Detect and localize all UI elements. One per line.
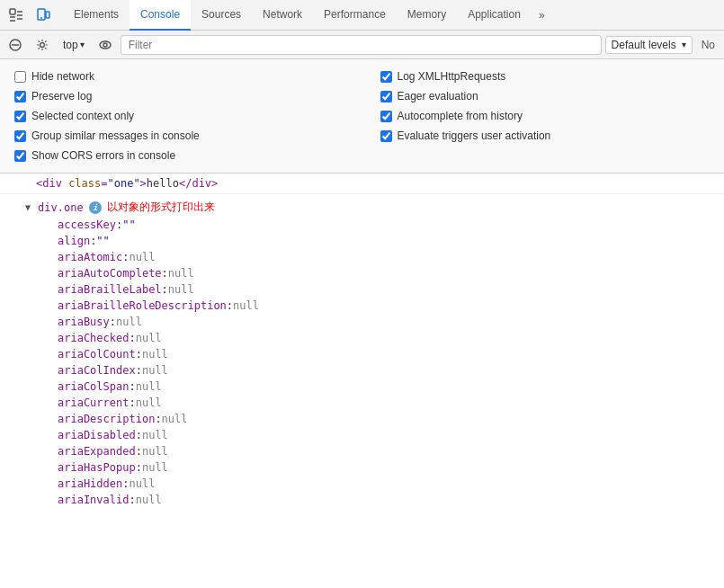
selected-context-checkbox[interactable]: [14, 111, 26, 122]
group-similar-label[interactable]: Group similar messages in console: [31, 129, 200, 142]
log-levels-select[interactable]: Default levels ▾: [605, 36, 693, 54]
setting-hide-network: Hide network: [14, 67, 344, 86]
prop-ariaColIndex: ariaColIndex: null: [58, 362, 717, 379]
tab-icon-group: [4, 3, 56, 28]
settings-panel: Hide network Preserve log Selected conte…: [0, 59, 724, 174]
more-tabs-button[interactable]: »: [532, 0, 552, 31]
eye-icon-button[interactable]: [94, 33, 117, 57]
log-xmlhttp-checkbox[interactable]: [380, 71, 392, 83]
console-output: <div class="one">hello</div> ▼ div.one i…: [0, 174, 724, 588]
console-toolbar: top ▾ Default levels ▾ No: [0, 31, 724, 59]
setting-selected-context: Selected context only: [14, 106, 344, 126]
svg-point-8: [103, 43, 107, 47]
object-header[interactable]: ▼ div.one i 以对象的形式打印出来: [7, 198, 717, 217]
prop-ariaHidden: ariaHidden: null: [58, 476, 717, 492]
info-icon: i: [89, 201, 102, 214]
tab-console[interactable]: Console: [130, 0, 191, 31]
clear-console-button[interactable]: [4, 33, 27, 57]
setting-eager-eval: Eager evaluation: [380, 86, 711, 106]
prop-ariaBrailleLabel: ariaBrailleLabel: null: [58, 281, 717, 298]
tab-elements[interactable]: Elements: [63, 0, 130, 31]
prop-align: align: "": [58, 233, 717, 249]
setting-log-xmlhttp: Log XMLHttpRequests: [380, 67, 711, 86]
tab-memory[interactable]: Memory: [397, 0, 457, 31]
prop-ariaChecked: ariaChecked: null: [58, 330, 717, 346]
prop-ariaAtomic: ariaAtomic: null: [58, 249, 717, 265]
object-name: div.one: [38, 201, 84, 214]
prop-ariaColSpan: ariaColSpan: null: [58, 379, 717, 395]
expand-triangle: ▼: [25, 202, 31, 212]
hide-network-label[interactable]: Hide network: [31, 70, 94, 83]
setting-evaluate-triggers: Evaluate triggers user activation: [380, 126, 711, 146]
eager-eval-label[interactable]: Eager evaluation: [398, 90, 478, 102]
show-cors-checkbox[interactable]: [14, 150, 26, 162]
hide-network-checkbox[interactable]: [14, 71, 26, 83]
prop-ariaDescription: ariaDescription: null: [58, 411, 717, 427]
prop-ariaColCount: ariaColCount: null: [58, 346, 717, 362]
settings-right-col: Log XMLHttpRequests Eager evaluation Aut…: [380, 67, 711, 165]
tab-network[interactable]: Network: [252, 0, 313, 31]
preserve-log-checkbox[interactable]: [14, 91, 26, 102]
filter-input[interactable]: [121, 35, 602, 55]
svg-point-7: [100, 41, 111, 49]
autocomplete-label[interactable]: Autocomplete from history: [398, 110, 523, 122]
device-toggle-button[interactable]: [31, 3, 56, 28]
setting-autocomplete: Autocomplete from history: [380, 106, 711, 126]
svg-rect-2: [46, 12, 49, 18]
tab-performance[interactable]: Performance: [313, 0, 397, 31]
prop-ariaCurrent: ariaCurrent: null: [58, 395, 717, 411]
setting-preserve-log: Preserve log: [14, 86, 344, 106]
object-comment: 以对象的形式打印出来: [107, 200, 215, 215]
svg-rect-0: [10, 9, 15, 14]
preserve-log-label[interactable]: Preserve log: [31, 90, 92, 102]
tab-bar: Elements Console Sources Network Perform…: [0, 0, 724, 31]
prop-ariaBrailleRoleDescription: ariaBrailleRoleDescription: null: [58, 298, 717, 314]
svg-point-6: [40, 42, 45, 47]
prop-ariaDisabled: ariaDisabled: null: [58, 427, 717, 443]
html-tag-open: <div class="one">: [36, 177, 147, 190]
show-cors-label[interactable]: Show CORS errors in console: [31, 149, 175, 162]
evaluate-triggers-label[interactable]: Evaluate triggers user activation: [398, 129, 551, 142]
object-properties: accessKey: "" align: "" ariaAtomic: null…: [7, 217, 717, 508]
tab-sources[interactable]: Sources: [191, 0, 252, 31]
console-settings-button[interactable]: [31, 33, 54, 57]
prop-ariaHasPopup: ariaHasPopup: null: [58, 459, 717, 476]
tab-application[interactable]: Application: [457, 0, 532, 31]
prop-ariaInvalid: ariaInvalid: null: [58, 492, 717, 508]
prop-ariaAutoComplete: ariaAutoComplete: null: [58, 265, 717, 281]
html-text-content: hello: [147, 177, 179, 190]
prop-ariaExpanded: ariaExpanded: null: [58, 443, 717, 459]
html-output-line: <div class="one">hello</div>: [0, 174, 724, 194]
object-output: ▼ div.one i 以对象的形式打印出来 accessKey: "" ali…: [0, 194, 724, 512]
html-tag-close: </div>: [179, 177, 218, 190]
selected-context-label[interactable]: Selected context only: [31, 110, 134, 122]
setting-group-similar: Group similar messages in console: [14, 126, 344, 146]
autocomplete-checkbox[interactable]: [380, 111, 392, 122]
no-issues-label: No: [696, 39, 720, 51]
setting-show-cors: Show CORS errors in console: [14, 146, 344, 165]
log-xmlhttp-label[interactable]: Log XMLHttpRequests: [398, 70, 506, 83]
group-similar-checkbox[interactable]: [14, 130, 26, 142]
evaluate-triggers-checkbox[interactable]: [380, 130, 392, 142]
settings-left-col: Hide network Preserve log Selected conte…: [14, 67, 344, 165]
prop-accessKey: accessKey: "": [58, 217, 717, 233]
eager-eval-checkbox[interactable]: [380, 91, 392, 102]
inspect-element-button[interactable]: [4, 3, 29, 28]
prop-ariaBusy: ariaBusy: null: [58, 314, 717, 330]
context-selector[interactable]: top ▾: [58, 37, 90, 53]
